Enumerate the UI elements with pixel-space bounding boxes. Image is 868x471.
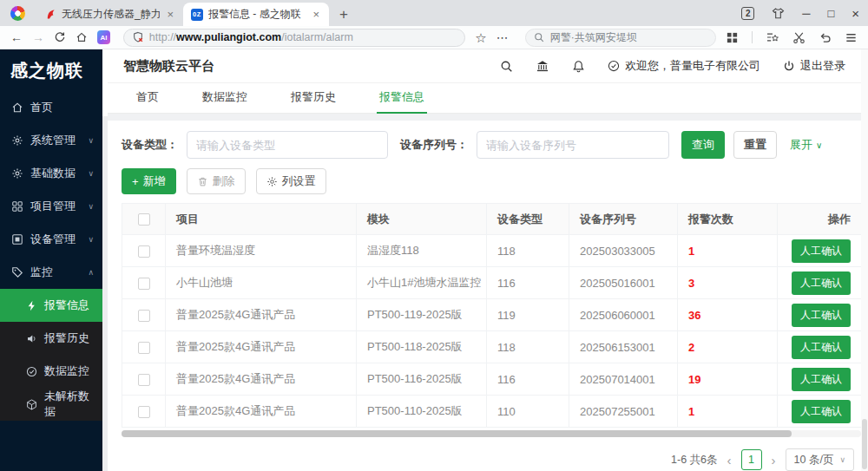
horizontal-scrollbar-thumb[interactable]	[122, 430, 792, 437]
select-all-checkbox[interactable]	[138, 213, 150, 226]
row-checkbox[interactable]	[138, 310, 150, 322]
platform-header: 智慧物联云平台 欢迎您，普量电子有限公司 退出登录	[108, 49, 861, 83]
reload-icon[interactable]	[54, 31, 66, 43]
column-settings-button[interactable]: 列设置	[256, 168, 326, 194]
page-size-select[interactable]: 10 条/页∨	[786, 448, 854, 471]
manual-confirm-button[interactable]: 人工确认	[792, 336, 851, 359]
cell-alarm-count: 1	[678, 396, 778, 428]
tab-alarm-info[interactable]: 报警信息	[377, 82, 427, 114]
prev-page-button[interactable]: ‹	[727, 454, 732, 467]
cell-device-type: 116	[487, 267, 569, 299]
vertical-scrollbar[interactable]	[861, 49, 868, 471]
security-shield-warning-icon[interactable]	[132, 31, 144, 43]
tab-close-icon[interactable]: ×	[165, 8, 175, 21]
home-icon[interactable]	[76, 31, 88, 43]
add-button[interactable]: +新增	[122, 168, 176, 194]
search-input[interactable]	[550, 31, 707, 43]
expand-link[interactable]: 展开∨	[790, 137, 822, 153]
browser-tab-inactive[interactable]: 无线压力传感器_静力水准仪_ ×	[37, 3, 183, 26]
manual-confirm-button[interactable]: 人工确认	[792, 271, 851, 295]
page-number-button[interactable]: 1	[741, 449, 762, 470]
query-button[interactable]: 查询	[681, 131, 725, 159]
back-button[interactable]: ←	[10, 31, 23, 43]
sidebar-item-unparsed-data[interactable]: 未解析数据	[0, 388, 102, 421]
sidebar-item-system[interactable]: 系统管理 ∨	[0, 124, 102, 157]
row-checkbox[interactable]	[138, 278, 150, 290]
sidebar-item-alarm-info[interactable]: 报警信息	[0, 289, 102, 322]
chevron-up-icon: ∧	[88, 268, 94, 277]
chevron-down-icon: ∨	[839, 455, 845, 464]
organization-icon[interactable]	[536, 59, 549, 73]
undo-history-icon[interactable]	[819, 31, 832, 44]
tab-alarm-history[interactable]: 报警历史	[288, 82, 339, 114]
puliang-logo-icon	[45, 9, 56, 20]
address-bar[interactable]: http://www.puliangiot.com/iotalarm/alarm	[123, 29, 465, 47]
more-options-icon[interactable]: ⋯	[496, 31, 509, 43]
cell-device-type: 118	[487, 331, 569, 363]
cell-alarm-count: 2	[678, 331, 778, 363]
bookmark-star-icon[interactable]: ☆	[475, 31, 486, 44]
lightning-icon	[26, 300, 37, 311]
welcome-text: 欢迎您，普量电子有限公司	[625, 58, 760, 74]
sidebar-item-monitoring[interactable]: 监控 ∧	[0, 256, 102, 289]
tab-count-badge[interactable]: 2	[741, 7, 754, 20]
theme-shirt-icon[interactable]	[772, 7, 785, 20]
chevron-down-icon: ∨	[88, 235, 94, 244]
cell-serial: 202506060001	[569, 299, 678, 331]
manual-confirm-button[interactable]: 人工确认	[792, 239, 851, 263]
bell-icon[interactable]	[572, 60, 585, 73]
url-text: http://www.puliangiot.com/iotalarm/alarm	[149, 31, 353, 43]
sidebar-item-projects[interactable]: 项目管理 ∨	[0, 190, 102, 223]
chevron-down-icon: ∨	[88, 202, 94, 211]
sidebar-item-home[interactable]: 首页	[0, 91, 102, 124]
tag-icon	[11, 266, 23, 278]
iot-app: 感之物联 首页 系统管理 ∨ 基础数据 ∨ 项目管理 ∨ 设备管理 ∨ 监	[0, 49, 868, 471]
chevron-down-icon: ∨	[88, 169, 94, 178]
search-icon[interactable]	[500, 60, 513, 73]
screenshot-scissors-icon[interactable]	[792, 31, 806, 44]
row-checkbox[interactable]	[138, 245, 150, 258]
device-type-input[interactable]	[187, 131, 388, 159]
row-checkbox[interactable]	[138, 406, 150, 418]
row-checkbox[interactable]	[138, 342, 150, 354]
apps-grid-icon[interactable]	[726, 31, 739, 44]
browser-logo-icon[interactable]	[10, 6, 25, 21]
app-logo: 感之物联	[0, 49, 102, 91]
manual-confirm-button[interactable]: 人工确认	[792, 304, 851, 327]
new-tab-button[interactable]: +	[339, 7, 348, 22]
favorites-list-icon[interactable]	[766, 30, 779, 44]
tab-close-icon[interactable]: ×	[311, 8, 321, 21]
maximize-button[interactable]: □	[827, 8, 834, 19]
menu-icon[interactable]	[845, 31, 858, 44]
ai-assistant-button[interactable]: AI	[97, 30, 110, 44]
account-menu[interactable]: 欢迎您，普量电子有限公司	[608, 58, 760, 74]
browser-tab-active[interactable]: 0Z 报警信息 - 感之物联 ×	[183, 3, 329, 26]
forward-button[interactable]: →	[32, 31, 44, 43]
cell-alarm-count: 1	[678, 235, 778, 267]
col-module: 模块	[357, 204, 487, 235]
tab-home[interactable]: 首页	[134, 82, 161, 114]
close-window-button[interactable]: ×	[852, 7, 859, 20]
vertical-scrollbar-thumb[interactable]	[862, 419, 867, 469]
row-checkbox[interactable]	[138, 374, 150, 386]
sidebar: 感之物联 首页 系统管理 ∨ 基础数据 ∨ 项目管理 ∨ 设备管理 ∨ 监	[0, 49, 102, 471]
toolbar-right-icons	[726, 30, 858, 44]
logout-button[interactable]: 退出登录	[783, 58, 845, 74]
sidebar-item-devices[interactable]: 设备管理 ∨	[0, 223, 102, 256]
quick-search-box[interactable]	[525, 29, 716, 47]
manual-confirm-button[interactable]: 人工确认	[792, 400, 851, 423]
serial-input[interactable]	[477, 131, 669, 159]
filter-row: 设备类型： 设备序列号： 查询 重置 展开∨	[122, 131, 861, 159]
next-page-button[interactable]: ›	[772, 454, 776, 467]
minimize-button[interactable]: ─	[802, 8, 810, 19]
sidebar-item-data-monitor[interactable]: 数据监控	[0, 355, 102, 388]
sidebar-item-basedata[interactable]: 基础数据 ∨	[0, 157, 102, 190]
delete-button[interactable]: 删除	[187, 168, 246, 194]
manual-confirm-button[interactable]: 人工确认	[792, 368, 851, 391]
reset-button[interactable]: 重置	[733, 131, 777, 159]
tab-data-monitor[interactable]: 数据监控	[200, 82, 250, 114]
col-device-type: 设备类型	[487, 204, 569, 235]
gear-icon	[11, 134, 23, 147]
horizontal-scrollbar[interactable]	[122, 430, 861, 437]
sidebar-item-alarm-history[interactable]: 报警历史	[0, 322, 102, 355]
